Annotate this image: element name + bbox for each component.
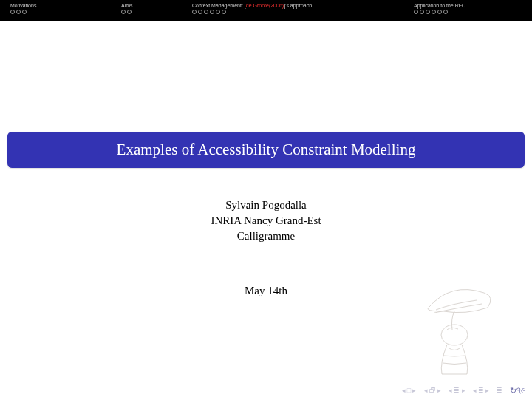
nav-label-pre: Context Management: [	[192, 3, 246, 8]
nav-slide-first-icon[interactable]: ◂ □ ▸	[402, 387, 417, 394]
beamer-navbar: Motivations Aims Context Management: [de…	[0, 0, 532, 21]
nav-citation: de Groote(2006)	[246, 3, 284, 8]
author-group: Calligramme	[0, 228, 532, 244]
nav-label-post: ]'s approach	[284, 3, 312, 8]
author-block: Sylvain Pogodalla INRIA Nancy Grand-Est …	[0, 197, 532, 244]
nav-mode-icon[interactable]: ≣	[497, 387, 502, 394]
nav-progress-dots	[192, 10, 414, 14]
nav-label: Application to the RFC	[414, 3, 466, 8]
calligramme-logo	[414, 274, 502, 378]
beamer-footer-nav: ◂ □ ▸ ◂ 🗗 ▸ ◂ ≣ ▸ ◂ ≣ ▸ ≣ ↻੧૯	[402, 386, 526, 396]
author-affiliation: INRIA Nancy Grand-Est	[0, 213, 532, 228]
nav-frame-icon[interactable]: ◂ 🗗 ▸	[424, 387, 442, 394]
nav-section-application[interactable]: Application to the RFC	[414, 3, 525, 14]
nav-section-motivations[interactable]: Motivations	[10, 3, 121, 14]
nav-label: Aims	[121, 3, 133, 8]
nav-progress-dots	[121, 10, 192, 14]
title-box: Examples of Accessibility Constraint Mod…	[7, 132, 525, 168]
nav-section-aims[interactable]: Aims	[121, 3, 192, 14]
author-name: Sylvain Pogodalla	[0, 197, 532, 213]
nav-progress-dots	[10, 10, 121, 14]
presentation-title: Examples of Accessibility Constraint Mod…	[22, 140, 510, 159]
nav-label: Motivations	[10, 3, 36, 8]
nav-section-context[interactable]: Context Management: [de Groote(2006)]'s …	[192, 3, 414, 14]
nav-section-back-icon[interactable]: ◂ ≣ ▸	[449, 387, 466, 394]
nav-refresh-icon[interactable]: ↻੧૯	[510, 386, 526, 396]
nav-section-fwd-icon[interactable]: ◂ ≣ ▸	[473, 387, 490, 394]
nav-progress-dots	[414, 10, 525, 14]
